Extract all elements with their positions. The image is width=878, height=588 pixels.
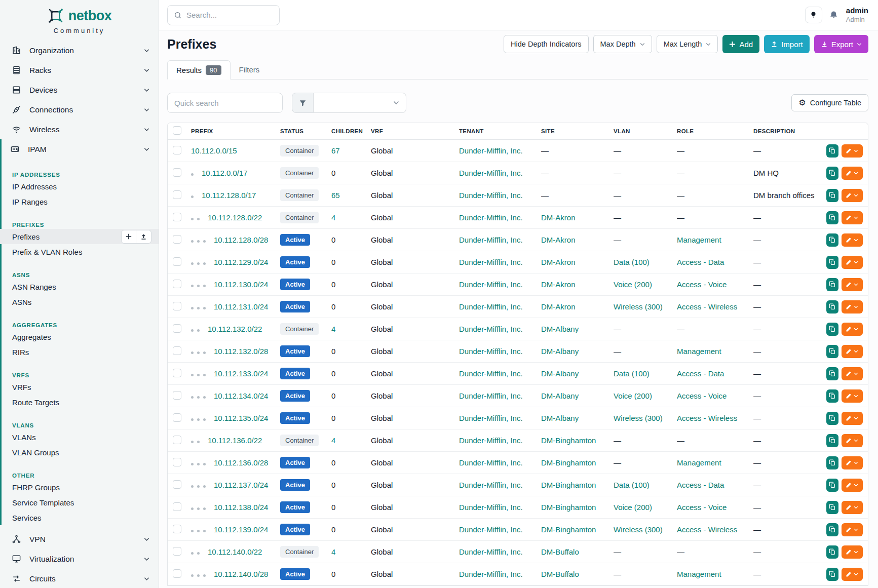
edit-button[interactable] <box>842 568 863 581</box>
copy-button[interactable] <box>826 167 838 180</box>
edit-button[interactable] <box>842 479 863 492</box>
tenant-link[interactable]: Dunder-Mifflin, Inc. <box>459 302 523 311</box>
prefix-link[interactable]: 10.112.133.0/24 <box>214 369 268 378</box>
saved-filter-select[interactable] <box>314 93 406 113</box>
cell-link[interactable]: DM-Binghamton <box>541 481 596 489</box>
tenant-link[interactable]: Dunder-Mifflin, Inc. <box>459 570 523 578</box>
cell-link[interactable]: Access - Data <box>677 481 724 489</box>
copy-button[interactable] <box>826 568 838 581</box>
prefix-link[interactable]: 10.112.134.0/24 <box>214 391 268 400</box>
edit-button[interactable] <box>842 189 863 202</box>
copy-button[interactable] <box>826 456 838 469</box>
cell-link[interactable]: DM-Albany <box>541 369 579 378</box>
tenant-link[interactable]: Dunder-Mifflin, Inc. <box>459 169 523 177</box>
user-menu[interactable]: admin Admin <box>846 6 868 24</box>
cell-link[interactable]: Wireless (300) <box>614 414 663 422</box>
cell-link[interactable]: Voice (200) <box>614 391 652 400</box>
copy-button[interactable] <box>826 278 838 291</box>
row-checkbox[interactable] <box>173 391 181 400</box>
children-count[interactable]: 4 <box>331 547 335 556</box>
tenant-link[interactable]: Dunder-Mifflin, Inc. <box>459 146 523 155</box>
sidebar-item-ipam[interactable]: IPAM <box>0 139 159 159</box>
tenant-link[interactable]: Dunder-Mifflin, Inc. <box>459 258 523 266</box>
copy-button[interactable] <box>826 412 838 425</box>
cell-link[interactable]: Management <box>677 570 721 578</box>
cell-link[interactable]: DM-Albany <box>541 325 579 333</box>
prefix-link[interactable]: 10.112.0.0/17 <box>202 169 248 177</box>
cell-link[interactable]: DM-Binghamton <box>541 503 596 512</box>
edit-button[interactable] <box>842 456 863 469</box>
row-checkbox[interactable] <box>173 458 181 466</box>
row-checkbox[interactable] <box>173 235 181 244</box>
tenant-link[interactable]: Dunder-Mifflin, Inc. <box>459 369 523 378</box>
max-depth-button[interactable]: Max Depth <box>593 35 652 53</box>
tenant-link[interactable]: Dunder-Mifflin, Inc. <box>459 236 523 244</box>
edit-button[interactable] <box>842 389 863 403</box>
copy-button[interactable] <box>826 479 838 492</box>
global-search[interactable] <box>167 5 280 25</box>
cell-link[interactable]: Management <box>677 458 721 467</box>
notifications-bell-icon[interactable] <box>829 10 838 20</box>
row-checkbox[interactable] <box>173 525 181 533</box>
prefix-link[interactable]: 10.112.129.0/24 <box>214 258 268 266</box>
sidebar-item-route-targets[interactable]: Route Targets <box>0 395 159 410</box>
column-header-children[interactable]: CHILDREN <box>331 128 371 134</box>
cell-link[interactable]: DM-Akron <box>541 258 576 266</box>
prefix-link[interactable]: 10.112.132.0/28 <box>214 347 268 356</box>
edit-button[interactable] <box>842 545 863 559</box>
copy-button[interactable] <box>826 501 838 514</box>
cell-link[interactable]: Access - Data <box>677 369 724 378</box>
row-checkbox[interactable] <box>173 213 181 221</box>
tenant-link[interactable]: Dunder-Mifflin, Inc. <box>459 436 523 445</box>
export-button[interactable]: Export <box>814 35 868 53</box>
quick-add-button[interactable] <box>121 230 136 244</box>
row-checkbox[interactable] <box>173 324 181 333</box>
copy-button[interactable] <box>826 189 838 202</box>
cell-link[interactable]: DM-Binghamton <box>541 458 596 467</box>
prefix-link[interactable]: 10.112.137.0/24 <box>214 481 268 489</box>
cell-link[interactable]: Data (100) <box>614 481 650 489</box>
cell-link[interactable]: Access - Data <box>677 258 724 266</box>
row-checkbox[interactable] <box>173 502 181 511</box>
row-checkbox[interactable] <box>173 547 181 556</box>
edit-button[interactable] <box>842 233 863 247</box>
cell-link[interactable]: Management <box>677 347 721 356</box>
copy-button[interactable] <box>826 323 838 336</box>
cell-link[interactable]: DM-Akron <box>541 236 576 244</box>
sidebar-item-vrfs[interactable]: VRFs <box>0 379 159 395</box>
cell-link[interactable]: Wireless (300) <box>614 525 663 534</box>
cell-link[interactable]: Access - Wireless <box>677 414 737 422</box>
sidebar-item-circuits[interactable]: Circuits <box>0 569 159 588</box>
copy-button[interactable] <box>826 434 838 447</box>
edit-button[interactable] <box>842 412 863 425</box>
column-header-tenant[interactable]: TENANT <box>459 128 541 134</box>
sidebar-item-vlan-groups[interactable]: VLAN Groups <box>0 445 159 460</box>
sidebar-item-asn-ranges[interactable]: ASN Ranges <box>0 279 159 294</box>
tenant-link[interactable]: Dunder-Mifflin, Inc. <box>459 414 523 422</box>
prefix-link[interactable]: 10.112.131.0/24 <box>214 302 268 311</box>
row-checkbox[interactable] <box>173 190 181 199</box>
cell-link[interactable]: Data (100) <box>614 258 650 266</box>
cell-link[interactable]: DM-Akron <box>541 280 576 289</box>
edit-button[interactable] <box>842 345 863 358</box>
sidebar-item-racks[interactable]: Racks <box>0 60 159 80</box>
cell-link[interactable]: Access - Voice <box>677 503 727 512</box>
children-count[interactable]: 4 <box>331 213 335 222</box>
cell-link[interactable]: DM-Buffalo <box>541 570 579 578</box>
tab-results[interactable]: Results 90 <box>167 60 231 80</box>
cell-link[interactable]: DM-Binghamton <box>541 436 596 445</box>
tenant-link[interactable]: Dunder-Mifflin, Inc. <box>459 280 523 289</box>
edit-button[interactable] <box>842 256 863 269</box>
prefix-link[interactable]: 10.112.140.0/28 <box>214 570 268 578</box>
sidebar-item-fhrp-groups[interactable]: FHRP Groups <box>0 480 159 495</box>
prefix-link[interactable]: 10.112.138.0/24 <box>214 503 268 512</box>
sidebar-item-vlans[interactable]: VLANs <box>0 429 159 445</box>
edit-button[interactable] <box>842 523 863 536</box>
sidebar-item-asns[interactable]: ASNs <box>0 294 159 309</box>
cell-link[interactable]: DM-Albany <box>541 391 579 400</box>
column-header-role[interactable]: ROLE <box>677 128 753 134</box>
sidebar-item-services[interactable]: Services <box>0 510 159 525</box>
cell-link[interactable]: Access - Voice <box>677 391 727 400</box>
edit-button[interactable] <box>842 300 863 313</box>
edit-button[interactable] <box>842 323 863 336</box>
